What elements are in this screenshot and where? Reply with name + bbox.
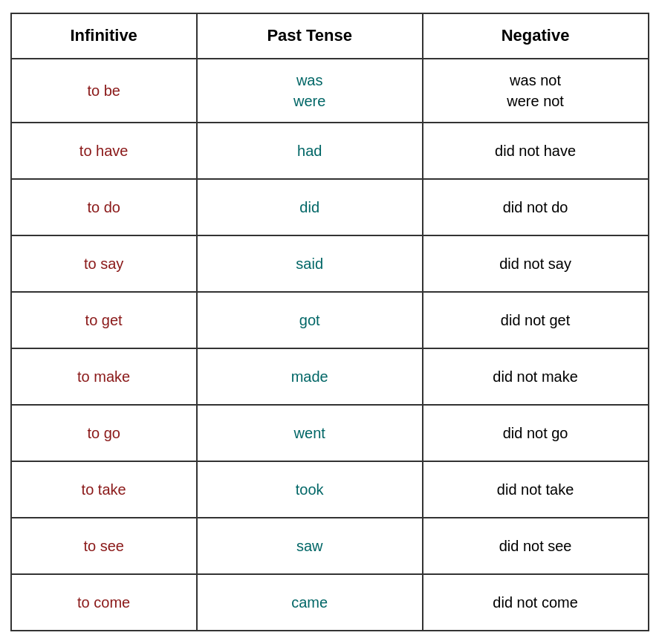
table-row: to saysaiddid not say: [11, 235, 649, 292]
cell-infinitive: to say: [11, 235, 197, 292]
cell-past-tense: went: [197, 405, 423, 461]
cell-past-tense: waswere: [197, 59, 423, 123]
cell-past-tense: took: [197, 461, 423, 518]
cell-past-tense: came: [197, 574, 423, 631]
cell-negative: did not have: [423, 123, 649, 179]
cell-infinitive: to do: [11, 179, 197, 235]
cell-infinitive: to come: [11, 574, 197, 631]
cell-negative: did not come: [423, 574, 649, 631]
cell-negative: did not make: [423, 348, 649, 405]
cell-infinitive: to get: [11, 292, 197, 348]
cell-past-tense: got: [197, 292, 423, 348]
table-row: to makemadedid not make: [11, 348, 649, 405]
cell-past-tense: had: [197, 123, 423, 179]
cell-negative: did not take: [423, 461, 649, 518]
grammar-table-container: Infinitive Past Tense Negative to bewasw…: [10, 13, 649, 631]
header-negative: Negative: [423, 13, 649, 59]
header-past-tense: Past Tense: [197, 13, 423, 59]
cell-negative: did not go: [423, 405, 649, 461]
cell-infinitive: to make: [11, 348, 197, 405]
cell-infinitive: to see: [11, 518, 197, 574]
table-row: to comecamedid not come: [11, 574, 649, 631]
table-row: to seesawdid not see: [11, 518, 649, 574]
table-row: to gowentdid not go: [11, 405, 649, 461]
cell-past-tense: saw: [197, 518, 423, 574]
cell-negative: did not get: [423, 292, 649, 348]
cell-infinitive: to be: [11, 59, 197, 123]
header-row: Infinitive Past Tense Negative: [11, 13, 649, 59]
header-infinitive: Infinitive: [11, 13, 197, 59]
cell-past-tense: did: [197, 179, 423, 235]
table-row: to dodiddid not do: [11, 179, 649, 235]
cell-past-tense: made: [197, 348, 423, 405]
cell-infinitive: to have: [11, 123, 197, 179]
cell-negative: was notwere not: [423, 59, 649, 123]
cell-past-tense: said: [197, 235, 423, 292]
cell-infinitive: to go: [11, 405, 197, 461]
cell-negative: did not do: [423, 179, 649, 235]
cell-negative: did not see: [423, 518, 649, 574]
table-row: to getgotdid not get: [11, 292, 649, 348]
cell-infinitive: to take: [11, 461, 197, 518]
cell-negative: did not say: [423, 235, 649, 292]
grammar-table: Infinitive Past Tense Negative to bewasw…: [10, 13, 649, 631]
table-row: to havehaddid not have: [11, 123, 649, 179]
table-row: to taketookdid not take: [11, 461, 649, 518]
table-row: to bewaswerewas notwere not: [11, 59, 649, 123]
